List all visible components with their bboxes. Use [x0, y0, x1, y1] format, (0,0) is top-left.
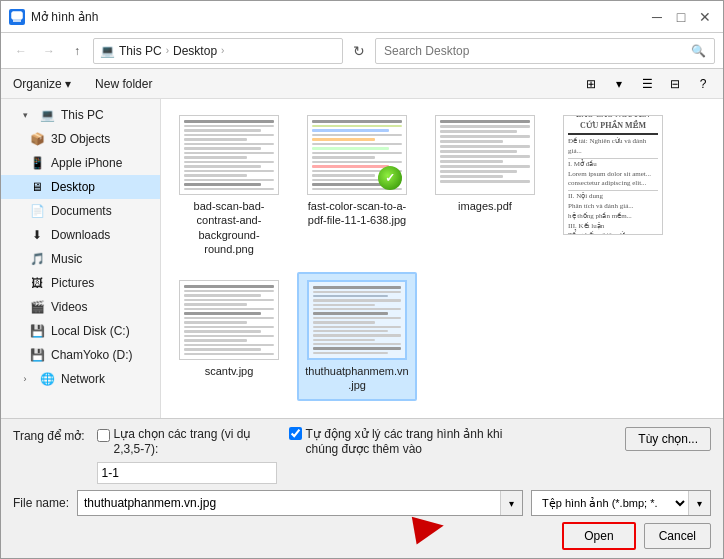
sidebar-item-chamyoko-d[interactable]: 💾 ChamYoko (D:)	[1, 343, 160, 367]
filename-input-container: ▾	[77, 490, 523, 516]
network-collapse-arrow: ›	[17, 371, 33, 387]
close-button[interactable]: ✕	[695, 7, 715, 27]
breadcrumb-icon: 💻	[100, 44, 115, 58]
auto-process-checkbox[interactable]	[289, 427, 302, 440]
toolbar-right: ⊞ ▾ ☰ ⊟ ?	[579, 72, 715, 96]
videos-icon: 🎬	[29, 299, 45, 315]
desktop-icon: 🖥	[29, 179, 45, 195]
bottom-row3: Open Cancel	[13, 522, 711, 550]
sidebar-label-local-disk-c: Local Disk (C:)	[51, 324, 130, 338]
page-checkbox-label: Lựa chọn các trang (vi dụ 2,3,5-7):	[114, 427, 254, 458]
auto-process-label: Tự động xử lý các trang hình ảnh khi chú…	[306, 427, 509, 458]
file-item-fast-color-scan[interactable]: ✓ fast-color-scan-to-a-pdf-file-11-1-638…	[297, 107, 417, 264]
organize-label: Organize	[13, 77, 62, 91]
page-input[interactable]	[97, 462, 277, 484]
title-bar: Mở hình ảnh ─ □ ✕	[1, 1, 723, 33]
pc-icon: 💻	[39, 107, 55, 123]
file-name-scantv: scantv.jpg	[205, 364, 254, 378]
file-item-scantv[interactable]: scantv.jpg	[169, 272, 289, 401]
file-item-images-pdf[interactable]: images.pdf	[425, 107, 545, 264]
minimize-button[interactable]: ─	[647, 7, 667, 27]
nav-bar: ← → ↑ 💻 This PC › Desktop › ↻ 🔍	[1, 33, 723, 69]
auto-checkbox-group: Tự động xử lý các trang hình ảnh khi chú…	[289, 427, 509, 458]
file-name-images-pdf: images.pdf	[458, 199, 512, 213]
view-dropdown-button[interactable]: ▾	[607, 72, 631, 96]
maximize-button[interactable]: □	[671, 7, 691, 27]
file-thumb-scantv	[179, 280, 279, 360]
back-button[interactable]: ←	[9, 39, 33, 63]
main-window: Mở hình ảnh ─ □ ✕ ← → ↑ 💻 This PC › Desk…	[0, 0, 724, 559]
sidebar-label-music: Music	[51, 252, 82, 266]
bottom-row1: Trang để mở: Lựa chọn các trang (vi dụ 2…	[13, 427, 711, 484]
file-item-thuthuatphanmem[interactable]: thuthuatphanmem.vn.jpg	[297, 272, 417, 401]
bottom-bar: Trang để mở: Lựa chọn các trang (vi dụ 2…	[1, 418, 723, 558]
filetype-container: Tệp hình ảnh (*.bmp; *. ▾	[531, 490, 711, 516]
sidebar-label-desktop: Desktop	[51, 180, 95, 194]
help-button[interactable]: ?	[691, 72, 715, 96]
filename-input[interactable]	[78, 494, 500, 512]
search-input[interactable]	[384, 44, 687, 58]
page-selection-checkbox[interactable]	[97, 429, 110, 442]
sidebar-item-pictures[interactable]: 🖼 Pictures	[1, 271, 160, 295]
breadcrumb-end-arrow: ›	[221, 45, 224, 56]
sidebar-item-3d-objects[interactable]: 📦 3D Objects	[1, 127, 160, 151]
sidebar-label-network: Network	[61, 372, 105, 386]
documents-icon: 📄	[29, 203, 45, 219]
file-name-fast-color-scan: fast-color-scan-to-a-pdf-file-11-1-638.j…	[305, 199, 409, 228]
tuy-chon-button[interactable]: Tùy chọn...	[625, 427, 711, 451]
view-details-button[interactable]: ☰	[635, 72, 659, 96]
breadcrumb-arrow: ›	[166, 45, 169, 56]
view-large-icons-button[interactable]: ⊞	[579, 72, 603, 96]
page-input-group	[97, 462, 277, 484]
sidebar-label-downloads: Downloads	[51, 228, 110, 242]
new-folder-label: New folder	[95, 77, 152, 91]
sidebar-label-chamyoko-d: ChamYoko (D:)	[51, 348, 133, 362]
organize-button[interactable]: Organize ▾	[9, 75, 75, 93]
sidebar-label-3d-objects: 3D Objects	[51, 132, 110, 146]
bottom-row2: File name: ▾ Tệp hình ảnh (*.bmp; *. ▾	[13, 490, 711, 516]
sidebar-label-documents: Documents	[51, 204, 112, 218]
organize-arrow: ▾	[65, 77, 71, 91]
search-box[interactable]: 🔍	[375, 38, 715, 64]
up-button[interactable]: ↑	[65, 39, 89, 63]
new-folder-button[interactable]: New folder	[91, 75, 156, 93]
file-name-thuthuatphanmem: thuthuatphanmem.vn.jpg	[305, 364, 409, 393]
sidebar-label-this-pc: This PC	[61, 108, 104, 122]
filename-label: File name:	[13, 496, 69, 510]
sidebar-label-pictures: Pictures	[51, 276, 94, 290]
sidebar-item-desktop[interactable]: 🖥 Desktop	[1, 175, 160, 199]
view-extra-button[interactable]: ⊟	[663, 72, 687, 96]
sidebar-item-documents[interactable]: 📄 Documents	[1, 199, 160, 223]
downloads-icon: ⬇	[29, 227, 45, 243]
file-name-bad-scan: bad-scan-bad-contrast-and-background-rou…	[177, 199, 281, 256]
breadcrumb-pc: This PC	[119, 44, 162, 58]
sidebar-label-videos: Videos	[51, 300, 87, 314]
filename-dropdown-button[interactable]: ▾	[500, 491, 522, 515]
window-title: Mở hình ảnh	[31, 10, 647, 24]
open-button[interactable]: Open	[562, 522, 635, 550]
refresh-button[interactable]: ↻	[347, 39, 371, 63]
filetype-select[interactable]: Tệp hình ảnh (*.bmp; *.	[532, 494, 688, 512]
music-icon: 🎵	[29, 251, 45, 267]
sidebar-item-downloads[interactable]: ⬇ Downloads	[1, 223, 160, 247]
forward-button[interactable]: →	[37, 39, 61, 63]
page-checkbox-group: Lựa chọn các trang (vi dụ 2,3,5-7):	[97, 427, 277, 458]
page-label: Trang để mở:	[13, 427, 85, 443]
sidebar-item-videos[interactable]: 🎬 Videos	[1, 295, 160, 319]
network-icon: 🌐	[39, 371, 55, 387]
sidebar-item-music[interactable]: 🎵 Music	[1, 247, 160, 271]
disk-c-icon: 💾	[29, 323, 45, 339]
sidebar-item-local-disk-c[interactable]: 💾 Local Disk (C:)	[1, 319, 160, 343]
sidebar-item-this-pc[interactable]: ▾ 💻 This PC	[1, 103, 160, 127]
file-item-bad-scan[interactable]: bad-scan-bad-contrast-and-background-rou…	[169, 107, 289, 264]
file-thumb-thuthuatphanmem	[307, 280, 407, 360]
sidebar-item-apple-iphone[interactable]: 📱 Apple iPhone	[1, 151, 160, 175]
breadcrumb: 💻 This PC › Desktop ›	[93, 38, 343, 64]
file-item-unnamed-doc[interactable]: BÁO CÁO NGUYÊN CỨU PHẦN MỀM Đề tài: Nghi…	[553, 107, 673, 264]
pictures-icon: 🖼	[29, 275, 45, 291]
filetype-dropdown-button[interactable]: ▾	[688, 491, 710, 515]
sidebar: ▾ 💻 This PC 📦 3D Objects 📱 Apple iPhone …	[1, 99, 161, 418]
sidebar-item-network[interactable]: › 🌐 Network	[1, 367, 160, 391]
cancel-button[interactable]: Cancel	[644, 523, 711, 549]
sidebar-label-apple-iphone: Apple iPhone	[51, 156, 122, 170]
